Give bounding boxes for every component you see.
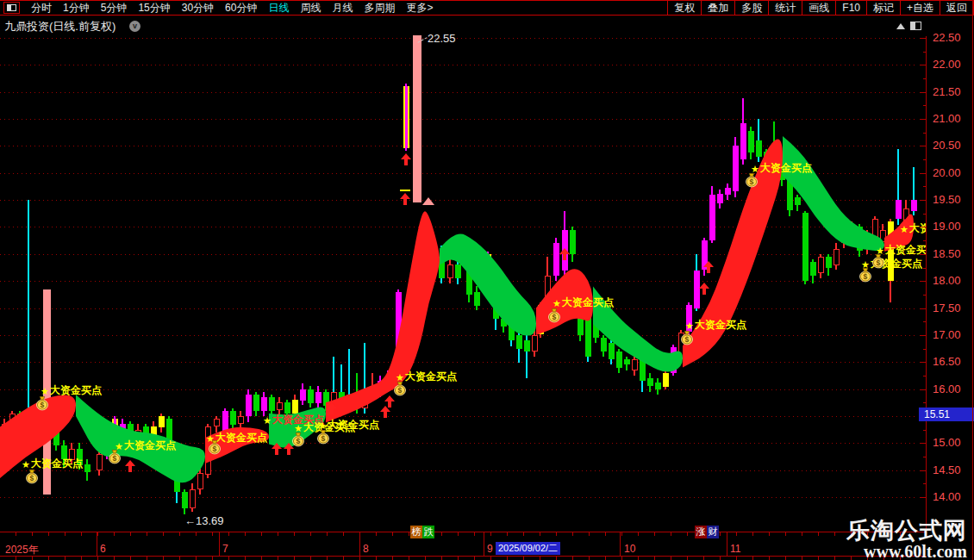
chevron-down-icon[interactable]: v (129, 21, 140, 32)
candle (647, 378, 653, 386)
candle (601, 338, 607, 352)
candle (857, 227, 863, 251)
candle (370, 386, 376, 394)
candle (709, 195, 715, 240)
current-price-tag: 15.51 (919, 408, 974, 421)
period-tab-15分钟[interactable]: 15分钟 (138, 1, 170, 15)
action-buttons: 复权叠加多股统计画线F10标记+自选返回 (667, 1, 974, 15)
candle (787, 176, 793, 210)
period-tab-分时[interactable]: 分时 (31, 1, 52, 15)
candle (9, 414, 16, 427)
date-axis-label: 6 (100, 543, 106, 555)
month-separator (219, 532, 220, 556)
gridline (0, 146, 915, 146)
candle (663, 373, 669, 387)
candle (818, 257, 824, 273)
y-axis-label: 17.00 (933, 328, 961, 341)
period-tab-5分钟[interactable]: 5分钟 (101, 1, 128, 15)
candle (733, 146, 739, 191)
candle (174, 454, 180, 492)
y-axis-label: 16.00 (933, 383, 961, 395)
collapse-up-icon[interactable] (896, 23, 905, 29)
candle (501, 319, 507, 327)
buy-point-label: 大资金买点 (562, 296, 614, 310)
y-axis-label: 19.50 (933, 193, 961, 206)
candle (810, 262, 816, 276)
y-axis-label: 19.00 (933, 220, 961, 233)
action-button-标记[interactable]: 标记 (866, 1, 900, 15)
period-tab-60分钟[interactable]: 60分钟 (225, 1, 257, 15)
action-button-多股[interactable]: 多股 (734, 1, 768, 15)
candle (159, 416, 165, 427)
candle (230, 411, 236, 425)
date-ticks-2 (0, 557, 916, 560)
y-axis-label: 21.50 (933, 85, 961, 98)
period-tab-多周期[interactable]: 多周期 (364, 1, 395, 15)
chart-title: 九鼎投资(日线.前复权) (4, 19, 116, 34)
buy-arrow-icon (699, 283, 709, 295)
candle (413, 35, 421, 202)
buy-arrow-icon (380, 406, 390, 418)
date-axis-label: 7 (222, 543, 228, 555)
action-button-返回[interactable]: 返回 (940, 1, 974, 15)
buy-arrow-icon (703, 261, 714, 273)
candle (795, 197, 801, 205)
buy-arrow-icon (559, 248, 570, 260)
action-button-画线[interactable]: 画线 (802, 1, 835, 15)
candle (725, 188, 731, 195)
selected-date-tag: 2025/09/02/二 (496, 542, 560, 555)
period-tab-周线[interactable]: 周线 (300, 1, 321, 15)
y-axis-label: 21.00 (933, 112, 961, 125)
watermark-site-name: 乐淘公式网 (846, 519, 967, 543)
candle (292, 400, 298, 414)
candle (190, 489, 196, 508)
action-button-叠加[interactable]: 叠加 (701, 1, 734, 15)
candle (2, 424, 8, 438)
period-tab-更多>[interactable]: 更多> (406, 1, 433, 15)
event-badge-char: 榜 (410, 526, 422, 538)
action-button-复权[interactable]: 复权 (667, 1, 701, 15)
period-tab-日线[interactable]: 日线 (268, 1, 289, 15)
candle (578, 311, 584, 335)
y-axis-label: 20.00 (933, 166, 961, 179)
action-button-F10[interactable]: F10 (835, 1, 866, 15)
candle (396, 292, 402, 373)
candle (214, 419, 220, 426)
candle (308, 389, 314, 403)
action-button-+自选[interactable]: +自选 (900, 1, 940, 15)
gridline (0, 308, 915, 309)
money-bag-icon (107, 449, 122, 464)
y-axis-label: 18.50 (933, 247, 961, 260)
gridline (0, 38, 915, 39)
candle (841, 221, 847, 243)
money-bag-icon (24, 469, 40, 484)
candle (593, 321, 599, 338)
gridline (0, 362, 915, 363)
y-axis-label: 17.50 (933, 302, 961, 314)
candle (246, 395, 252, 416)
split-panel-icon[interactable] (910, 22, 921, 30)
candle (354, 395, 360, 408)
candle (269, 397, 275, 411)
period-tab-月线[interactable]: 月线 (332, 1, 353, 15)
layout-icon[interactable] (3, 2, 20, 14)
kline-chart[interactable]: 大资金买点★大资金买点★大资金买点★大资金买点★大资金买点★大资金买点★大资金买… (0, 0, 927, 532)
period-tab-30分钟[interactable]: 30分钟 (182, 1, 214, 15)
buy-point-label: 大资金买点 (909, 221, 927, 236)
ribbon-segment-green (783, 136, 884, 251)
buy-point-label: 大资金买点 (124, 439, 176, 453)
action-button-统计[interactable]: 统计 (768, 1, 802, 15)
star-icon: ★ (263, 416, 272, 426)
candle (253, 395, 259, 411)
date-axis-label: 2025年 (5, 543, 39, 557)
y-axis-label: 20.50 (933, 139, 961, 152)
buy-point-label: 大资金买点 (215, 431, 267, 445)
month-separator (97, 532, 97, 556)
chart-title-row: 九鼎投资(日线.前复权) v (0, 16, 974, 36)
right-border (972, 0, 973, 560)
period-tab-1分钟[interactable]: 1分钟 (63, 1, 90, 15)
event-badge: 涨财 (695, 526, 719, 538)
candle (624, 359, 630, 364)
candle (466, 268, 472, 295)
candle (339, 392, 345, 406)
